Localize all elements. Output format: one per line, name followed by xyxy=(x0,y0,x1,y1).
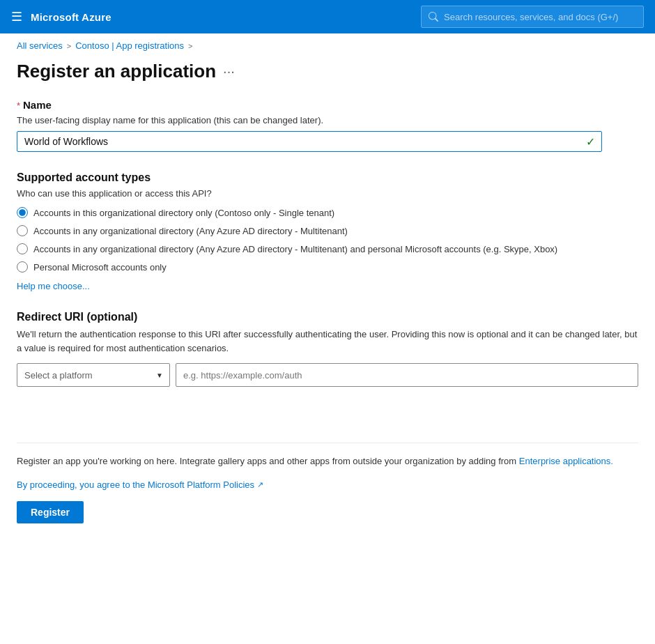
radio-input-2[interactable] xyxy=(17,225,28,236)
name-section: * Name The user-facing display name for … xyxy=(17,99,638,152)
redirect-uri-inputs: Select a platform Web Single-page applic… xyxy=(17,363,638,387)
app-title: Microsoft Azure xyxy=(31,11,111,23)
breadcrumb-sep1: > xyxy=(67,42,71,50)
account-types-title: Supported account types xyxy=(17,171,638,184)
radio-option-2[interactable]: Accounts in any organizational directory… xyxy=(17,225,638,236)
page-title-row: Register an application ··· xyxy=(17,61,638,82)
footer-note-text: Register an app you're working on here. … xyxy=(17,456,516,466)
radio-option-4[interactable]: Personal Microsoft accounts only xyxy=(17,261,638,273)
redirect-uri-section: Redirect URI (optional) We'll return the… xyxy=(17,311,638,387)
breadcrumb-org[interactable]: Contoso | App registrations xyxy=(75,40,184,51)
radio-label-2: Accounts in any organizational directory… xyxy=(33,226,348,236)
required-indicator: * xyxy=(17,100,20,111)
register-button[interactable]: Register xyxy=(17,501,84,523)
account-type-radio-group: Accounts in this organizational director… xyxy=(17,207,638,273)
account-types-description: Who can use this application or access t… xyxy=(17,188,638,199)
breadcrumb: All services > Contoso | App registratio… xyxy=(0,33,655,55)
name-label-row: * Name xyxy=(17,99,638,111)
search-icon xyxy=(429,12,438,22)
search-input[interactable] xyxy=(444,12,636,22)
page-title: Register an application xyxy=(17,61,216,82)
enterprise-apps-link[interactable]: Enterprise applications. xyxy=(519,456,613,466)
redirect-uri-input[interactable] xyxy=(176,363,638,387)
account-types-section: Supported account types Who can use this… xyxy=(17,171,638,291)
redirect-uri-title: Redirect URI (optional) xyxy=(17,311,638,323)
radio-option-3[interactable]: Accounts in any organizational directory… xyxy=(17,243,638,254)
name-field-description: The user-facing display name for this ap… xyxy=(17,115,638,125)
page-options-button[interactable]: ··· xyxy=(223,63,235,79)
top-navigation: ☰ Microsoft Azure xyxy=(0,0,655,33)
platform-select[interactable]: Select a platform Web Single-page applic… xyxy=(17,363,170,387)
radio-input-4[interactable] xyxy=(17,261,28,273)
help-me-choose-link[interactable]: Help me choose... xyxy=(17,281,90,291)
radio-input-3[interactable] xyxy=(17,243,28,254)
page-content: Register an application ··· * Name The u… xyxy=(0,55,655,540)
radio-label-1: Accounts in this organizational director… xyxy=(33,208,334,218)
hamburger-icon[interactable]: ☰ xyxy=(11,9,22,24)
radio-option-1[interactable]: Accounts in this organizational director… xyxy=(17,207,638,218)
check-icon: ✓ xyxy=(586,135,595,148)
external-link-icon: ↗ xyxy=(257,480,263,489)
radio-label-4: Personal Microsoft accounts only xyxy=(33,262,167,273)
breadcrumb-all-services[interactable]: All services xyxy=(17,40,63,51)
policy-link[interactable]: By proceeding, you agree to the Microsof… xyxy=(17,480,254,490)
platform-select-wrapper: Select a platform Web Single-page applic… xyxy=(17,363,170,387)
app-name-input[interactable] xyxy=(17,131,602,152)
footer-note: Register an app you're working on here. … xyxy=(17,443,638,468)
policy-line: By proceeding, you agree to the Microsof… xyxy=(17,480,638,490)
name-section-title: Name xyxy=(23,99,52,111)
radio-label-3: Accounts in any organizational directory… xyxy=(33,244,557,254)
name-input-wrapper: ✓ xyxy=(17,131,602,152)
breadcrumb-sep2: > xyxy=(188,42,192,50)
search-bar[interactable] xyxy=(421,6,644,28)
radio-input-1[interactable] xyxy=(17,207,28,218)
redirect-uri-description: We'll return the authentication response… xyxy=(17,328,638,355)
